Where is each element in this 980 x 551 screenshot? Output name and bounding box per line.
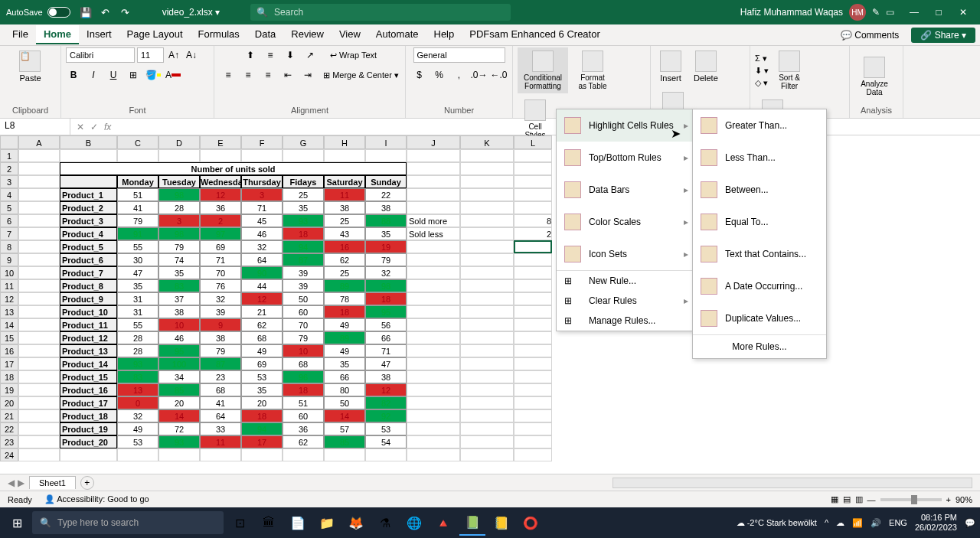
- cell[interactable]: [407, 149, 460, 162]
- row-header[interactable]: 5: [0, 201, 18, 214]
- cell[interactable]: 79: [200, 344, 241, 357]
- next-sheet-icon[interactable]: ▶: [18, 478, 24, 488]
- cell[interactable]: [117, 448, 158, 461]
- cell[interactable]: 57: [324, 422, 365, 435]
- cell[interactable]: 92: [365, 409, 407, 422]
- cell[interactable]: Product_8: [60, 279, 117, 292]
- redo-icon[interactable]: ↷: [119, 6, 132, 18]
- highlight-rule-item[interactable]: Between...: [693, 174, 826, 206]
- cell[interactable]: [514, 357, 552, 370]
- increase-font-icon[interactable]: A↑: [166, 47, 181, 63]
- cell[interactable]: [460, 175, 514, 188]
- cell[interactable]: [514, 370, 552, 383]
- cell[interactable]: 32: [241, 240, 283, 253]
- column-header[interactable]: J: [407, 135, 460, 149]
- cell[interactable]: [460, 214, 514, 227]
- cell[interactable]: Product_12: [60, 331, 117, 344]
- cell[interactable]: Product_15: [60, 370, 117, 383]
- ribbon-tab-view[interactable]: View: [332, 25, 368, 44]
- currency-icon[interactable]: $: [412, 67, 427, 83]
- cell[interactable]: 13: [117, 383, 158, 396]
- cell[interactable]: 21: [241, 305, 283, 318]
- row-header[interactable]: 9: [0, 253, 18, 266]
- cell[interactable]: [18, 370, 60, 383]
- cell[interactable]: 79: [117, 214, 158, 227]
- fill-icon[interactable]: ⬇ ▾: [755, 66, 769, 76]
- cell[interactable]: Product_1: [60, 188, 117, 201]
- cell[interactable]: 93: [158, 435, 200, 448]
- cell[interactable]: 32: [365, 266, 407, 279]
- clear-icon[interactable]: ◇ ▾: [755, 78, 769, 88]
- orientation-icon[interactable]: ↗: [302, 47, 318, 63]
- column-header[interactable]: A: [18, 135, 60, 149]
- highlight-rule-item[interactable]: Greater Than...: [693, 109, 826, 142]
- cell[interactable]: [158, 149, 200, 162]
- cell[interactable]: Product_13: [60, 344, 117, 357]
- merge-center-button[interactable]: ⊞ Merge & Center ▾: [323, 70, 399, 80]
- cell[interactable]: 35: [158, 266, 200, 279]
- cell[interactable]: [514, 279, 552, 292]
- cell[interactable]: [18, 331, 60, 344]
- cell[interactable]: 82: [365, 396, 407, 409]
- font-size-input[interactable]: [137, 47, 164, 63]
- cell[interactable]: Product_19: [60, 422, 117, 435]
- cell[interactable]: 71: [241, 201, 283, 214]
- page-layout-icon[interactable]: ▤: [843, 494, 851, 504]
- cell[interactable]: [514, 162, 552, 175]
- cell[interactable]: [460, 344, 514, 357]
- highlight-rule-item[interactable]: Less Than...: [693, 142, 826, 174]
- comments-button[interactable]: 💬 Comments: [835, 28, 905, 43]
- sort-filter-button[interactable]: Sort & Filter: [772, 47, 807, 93]
- row-header[interactable]: 20: [0, 396, 18, 409]
- cell[interactable]: 2: [200, 214, 241, 227]
- column-header[interactable]: [0, 135, 18, 149]
- cell[interactable]: [460, 396, 514, 409]
- cell[interactable]: 91: [117, 227, 158, 240]
- horizontal-scrollbar[interactable]: [612, 478, 972, 488]
- cell[interactable]: 51: [283, 396, 324, 409]
- zoom-slider[interactable]: [880, 498, 942, 501]
- cell[interactable]: 72: [158, 422, 200, 435]
- cell[interactable]: [60, 175, 117, 188]
- cell[interactable]: 35: [117, 279, 158, 292]
- row-header[interactable]: 4: [0, 188, 18, 201]
- cell[interactable]: Product_2: [60, 201, 117, 214]
- cell[interactable]: [18, 435, 60, 448]
- cell[interactable]: 89: [324, 279, 365, 292]
- pen-icon[interactable]: ✎: [872, 7, 880, 18]
- comma-icon[interactable]: ,: [452, 67, 467, 83]
- share-button[interactable]: 🔗 Share ▾: [911, 28, 975, 43]
- cell[interactable]: [18, 266, 60, 279]
- cell[interactable]: 47: [117, 266, 158, 279]
- cell[interactable]: 94: [283, 240, 324, 253]
- maximize-icon[interactable]: □: [928, 5, 949, 20]
- analyze-data-button[interactable]: Analyze Data: [854, 54, 894, 99]
- cell[interactable]: 17: [241, 435, 283, 448]
- cell[interactable]: 62: [241, 318, 283, 331]
- cell[interactable]: 74: [158, 253, 200, 266]
- firefox-icon[interactable]: 🦊: [343, 510, 369, 536]
- cell[interactable]: Product_9: [60, 292, 117, 305]
- app-icon[interactable]: ⭕: [518, 510, 544, 536]
- cell[interactable]: [514, 435, 552, 448]
- row-header[interactable]: 16: [0, 344, 18, 357]
- cell[interactable]: 93: [283, 214, 324, 227]
- avatar[interactable]: HM: [849, 4, 866, 21]
- column-header[interactable]: D: [158, 135, 200, 149]
- cell[interactable]: 25: [324, 214, 365, 227]
- cf-menu-item[interactable]: Highlight Cells Rules▸: [557, 109, 693, 142]
- cell[interactable]: 98: [365, 279, 407, 292]
- cell[interactable]: [460, 253, 514, 266]
- column-header[interactable]: B: [60, 135, 117, 149]
- cell[interactable]: 35: [365, 227, 407, 240]
- cell[interactable]: Product_20: [60, 435, 117, 448]
- row-header[interactable]: 1: [0, 149, 18, 162]
- task-view-icon[interactable]: ⊡: [227, 510, 253, 536]
- cell[interactable]: [460, 370, 514, 383]
- percent-icon[interactable]: %: [432, 67, 447, 83]
- cell[interactable]: [407, 383, 460, 396]
- cell[interactable]: [460, 266, 514, 279]
- cell[interactable]: 36: [283, 422, 324, 435]
- row-header[interactable]: 19: [0, 383, 18, 396]
- cell[interactable]: [460, 292, 514, 305]
